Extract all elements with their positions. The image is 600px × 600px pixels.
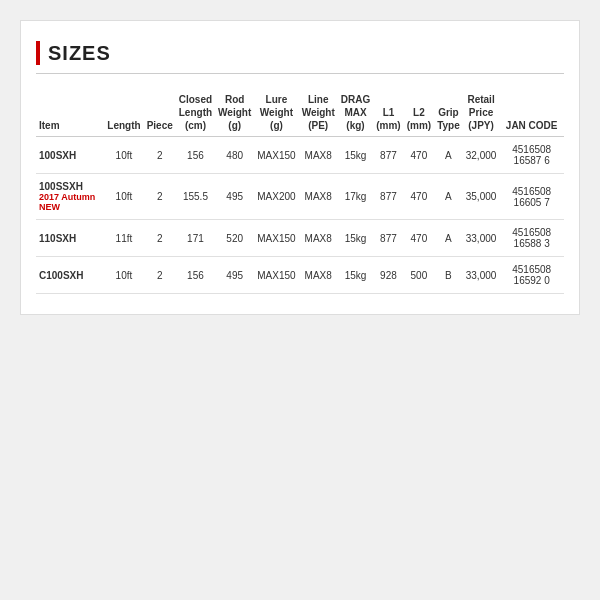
cell-grip-type: B — [434, 257, 463, 294]
header-closed-length: ClosedLength(cm) — [176, 89, 215, 137]
header-line-weight: LineWeight(PE) — [299, 89, 338, 137]
cell-l2: 470 — [404, 174, 434, 220]
header-jan-code: JAN CODE — [499, 89, 564, 137]
header-drag-max: DRAGMAX(kg) — [338, 89, 373, 137]
cell-drag-max: 17kg — [338, 174, 373, 220]
cell-line-weight: MAX8 — [299, 220, 338, 257]
header-item: Item — [36, 89, 104, 137]
cell-lure-weight: MAX200 — [254, 174, 298, 220]
sizes-accent — [36, 41, 40, 65]
table-row: 110SXH11ft2171520MAX150MAX815kg877470A33… — [36, 220, 564, 257]
cell-drag-max: 15kg — [338, 220, 373, 257]
cell-l1: 877 — [373, 174, 403, 220]
cell-length: 10ft — [104, 174, 143, 220]
header-l2: L2(mm) — [404, 89, 434, 137]
cell-item: 100SXH — [36, 137, 104, 174]
cell-retail-price: 33,000 — [463, 257, 500, 294]
cell-grip-type: A — [434, 220, 463, 257]
cell-rod-weight: 520 — [215, 220, 254, 257]
cell-l2: 470 — [404, 220, 434, 257]
cell-rod-weight: 495 — [215, 174, 254, 220]
cell-retail-price: 35,000 — [463, 174, 500, 220]
cell-l1: 877 — [373, 137, 403, 174]
cell-grip-type: A — [434, 174, 463, 220]
cell-rod-weight: 480 — [215, 137, 254, 174]
header-length: Length — [104, 89, 143, 137]
sizes-section: SIZES Item Length Piece ClosedLength(cm)… — [20, 20, 580, 315]
header-retail-price: RetailPrice(JPY) — [463, 89, 500, 137]
cell-item: 100SSXH2017 Autumn NEW — [36, 174, 104, 220]
cell-lure-weight: MAX150 — [254, 257, 298, 294]
table-body: 100SXH10ft2156480MAX150MAX815kg877470A32… — [36, 137, 564, 294]
cell-piece: 2 — [144, 174, 176, 220]
cell-jan-code: 4516508 16592 0 — [499, 257, 564, 294]
sizes-title-container: SIZES — [36, 41, 564, 74]
cell-item: 110SXH — [36, 220, 104, 257]
header-rod-weight: RodWeight(g) — [215, 89, 254, 137]
item-new-label: 2017 Autumn NEW — [39, 192, 101, 212]
header-l1: L1(mm) — [373, 89, 403, 137]
cell-lure-weight: MAX150 — [254, 220, 298, 257]
page-title: SIZES — [48, 42, 111, 65]
header-row: Item Length Piece ClosedLength(cm) RodWe… — [36, 89, 564, 137]
cell-piece: 2 — [144, 137, 176, 174]
cell-lure-weight: MAX150 — [254, 137, 298, 174]
cell-length: 10ft — [104, 137, 143, 174]
cell-length: 10ft — [104, 257, 143, 294]
cell-line-weight: MAX8 — [299, 174, 338, 220]
cell-l2: 500 — [404, 257, 434, 294]
cell-jan-code: 4516508 16588 3 — [499, 220, 564, 257]
cell-drag-max: 15kg — [338, 257, 373, 294]
cell-drag-max: 15kg — [338, 137, 373, 174]
cell-closed-length: 171 — [176, 220, 215, 257]
cell-line-weight: MAX8 — [299, 137, 338, 174]
header-grip-type: GripType — [434, 89, 463, 137]
cell-jan-code: 4516508 16587 6 — [499, 137, 564, 174]
cell-grip-type: A — [434, 137, 463, 174]
cell-piece: 2 — [144, 220, 176, 257]
table-row: 100SXH10ft2156480MAX150MAX815kg877470A32… — [36, 137, 564, 174]
header-lure-weight: LureWeight(g) — [254, 89, 298, 137]
cell-closed-length: 156 — [176, 137, 215, 174]
cell-piece: 2 — [144, 257, 176, 294]
cell-item: C100SXH — [36, 257, 104, 294]
cell-retail-price: 32,000 — [463, 137, 500, 174]
cell-l2: 470 — [404, 137, 434, 174]
cell-closed-length: 155.5 — [176, 174, 215, 220]
cell-retail-price: 33,000 — [463, 220, 500, 257]
cell-line-weight: MAX8 — [299, 257, 338, 294]
cell-jan-code: 4516508 16605 7 — [499, 174, 564, 220]
sizes-table: Item Length Piece ClosedLength(cm) RodWe… — [36, 89, 564, 294]
cell-length: 11ft — [104, 220, 143, 257]
cell-closed-length: 156 — [176, 257, 215, 294]
page-container: SIZES Item Length Piece ClosedLength(cm)… — [0, 0, 600, 600]
cell-rod-weight: 495 — [215, 257, 254, 294]
cell-l1: 928 — [373, 257, 403, 294]
table-row: C100SXH10ft2156495MAX150MAX815kg928500B3… — [36, 257, 564, 294]
table-header: Item Length Piece ClosedLength(cm) RodWe… — [36, 89, 564, 137]
header-piece: Piece — [144, 89, 176, 137]
table-row: 100SSXH2017 Autumn NEW10ft2155.5495MAX20… — [36, 174, 564, 220]
cell-l1: 877 — [373, 220, 403, 257]
